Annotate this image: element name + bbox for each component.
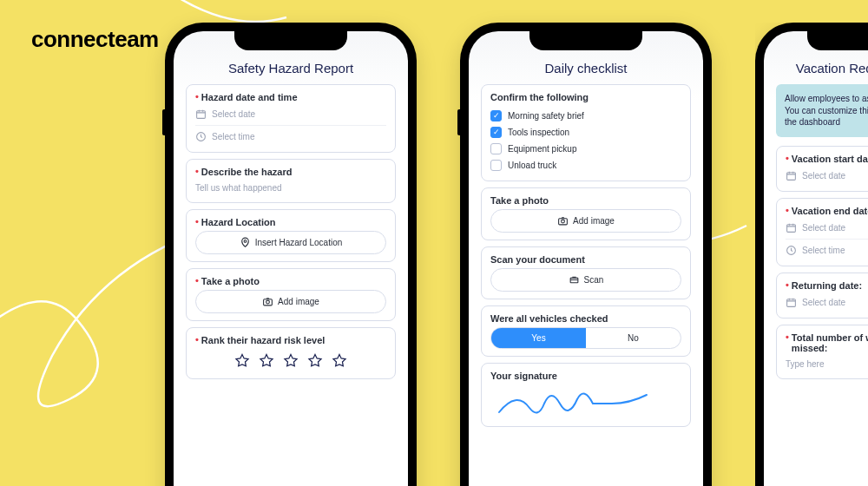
phone-safety-hazard: Safety Hazard Report •Hazard date and ti… [165,23,417,486]
info-banner: Allow employees to ask for a vacation. Y… [776,84,868,137]
checkbox-equipment-pickup[interactable]: Equipment pickup [490,141,681,157]
field-vacation-start: •Vacation start date: Select date [776,146,868,192]
svg-rect-0 [197,111,206,119]
placeholder-text: Select date [802,223,845,233]
button-label: Add image [278,297,319,306]
placeholder-text: Tell us what happened [195,183,282,193]
field-vehicles-checked: Were all vehicles checked Yes No [481,305,691,357]
time-input[interactable]: Select time [786,239,868,259]
placeholder-text: Select date [802,171,845,181]
placeholder-text: Select date [212,109,255,119]
form-title: Safety Hazard Report [186,61,396,76]
clock-icon [195,131,207,142]
field-label: Hazard Location [201,217,276,227]
field-label: Confirm the following [490,92,589,102]
segment-yes[interactable]: Yes [491,328,586,348]
svg-rect-11 [787,299,796,306]
form-title: Daily checklist [481,61,691,76]
form-title: Vacation Request Form [776,61,868,76]
field-label: Rank their hazard risk level [201,335,325,345]
add-image-button[interactable]: Add image [195,290,386,313]
field-label: Vacation end date: [792,206,868,216]
field-signature[interactable]: Your signature [481,363,691,427]
add-image-button[interactable]: Add image [490,209,681,233]
signature-drawing [490,386,664,421]
field-label: Total number of working days missed: [792,332,868,353]
phone-notch [529,31,642,50]
placeholder-text: Type here [786,359,824,369]
star-icon[interactable] [331,352,348,370]
field-days-missed: •Total number of working days missed: Ty… [776,325,868,379]
scan-icon [569,274,580,286]
calendar-icon [786,222,797,233]
phone-notch [807,31,868,50]
svg-rect-8 [787,172,796,180]
placeholder-text: Select time [212,132,254,141]
star-icon[interactable] [233,352,251,370]
svg-rect-9 [787,224,796,232]
placeholder-text: Select date [802,298,845,307]
calendar-icon [786,297,797,308]
button-label: Scan [584,275,604,285]
date-input[interactable]: Select date [195,106,386,122]
field-describe-hazard: •Describe the hazard Tell us what happen… [186,159,396,203]
calendar-icon [195,108,207,120]
field-label: Vacation start date: [792,154,868,164]
checkbox-label: Equipment pickup [508,144,577,154]
scan-button[interactable]: Scan [490,268,681,292]
svg-point-6 [562,220,565,223]
field-take-photo: Take a photo Add image [481,187,691,240]
date-input[interactable]: Select date [786,220,868,236]
time-input[interactable]: Select time [195,125,386,145]
button-label: Add image [573,216,615,226]
placeholder-text: Select time [802,246,845,255]
pin-icon [240,237,251,248]
checkbox-icon [490,127,502,138]
svg-point-2 [244,240,247,243]
field-hazard-location: •Hazard Location Insert Hazard Location [186,209,396,262]
phone-daily-checklist: Daily checklist Confirm the following Mo… [460,23,712,486]
brand-logo: connecteam [31,26,159,53]
field-take-photo: •Take a photo Add image [186,268,396,321]
text-input[interactable]: Tell us what happened [195,181,386,195]
field-label: Returning date: [792,280,862,291]
placeholder-text: Insert Hazard Location [255,238,343,247]
checkbox-label: Morning safety brief [508,111,584,121]
field-vacation-end: •Vacation end date: Select date Select t… [776,198,868,266]
svg-rect-7 [570,278,578,282]
field-scan-document: Scan your document Scan [481,246,691,299]
checkbox-icon [490,143,502,154]
star-rating[interactable] [195,349,386,371]
clock-icon [786,245,797,256]
star-icon[interactable] [282,352,299,370]
camera-icon [557,215,569,227]
field-hazard-datetime: •Hazard date and time Select date Select… [186,84,396,153]
checkbox-tools-inspection[interactable]: Tools inspection [490,124,681,141]
calendar-icon [786,170,797,181]
field-label: Were all vehicles checked [490,313,608,324]
field-label: Your signature [490,371,557,381]
field-label: Take a photo [201,276,260,286]
field-label: Scan your document [490,254,585,265]
field-confirm-following: Confirm the following Morning safety bri… [481,84,691,181]
phone-vacation-request: Vacation Request Form Allow employees to… [755,23,868,486]
checkbox-label: Unload truck [508,161,556,170]
checkbox-icon [490,110,502,122]
field-label: Take a photo [490,195,549,206]
location-input[interactable]: Insert Hazard Location [195,231,386,254]
phone-notch [234,31,347,50]
checkbox-icon [490,160,502,171]
svg-point-4 [266,300,270,304]
field-label: Describe the hazard [201,167,293,177]
segment-no[interactable]: No [586,328,681,348]
field-returning-date: •Returning date: Select date [776,273,868,319]
text-input[interactable]: Type here [786,357,868,371]
camera-icon [262,296,273,307]
checkbox-morning-brief[interactable]: Morning safety brief [490,108,681,124]
star-icon[interactable] [306,352,324,370]
date-input[interactable]: Select date [786,294,868,311]
checkbox-unload-truck[interactable]: Unload truck [490,157,681,174]
date-input[interactable]: Select date [786,167,868,184]
star-icon[interactable] [258,352,275,370]
checkbox-label: Tools inspection [508,128,569,137]
